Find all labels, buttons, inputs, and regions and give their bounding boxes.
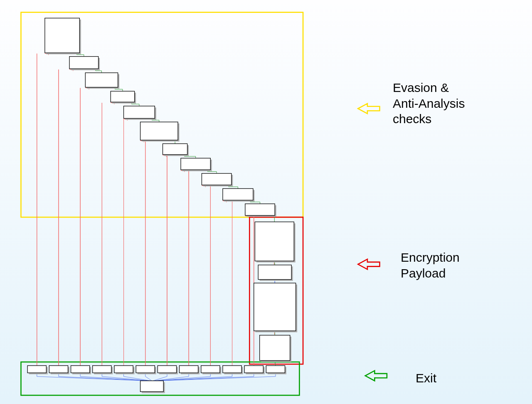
check-node-5 — [140, 122, 178, 140]
payload-node-2 — [254, 283, 296, 331]
check-node-2 — [85, 73, 118, 87]
check-node-8 — [202, 173, 231, 185]
exit-node-10 — [244, 366, 263, 373]
exit-node-5 — [136, 366, 155, 373]
exit-node-1 — [49, 366, 68, 373]
payload-node-3 — [260, 335, 290, 361]
exit-node-7 — [180, 366, 198, 373]
check-node-9 — [223, 188, 253, 200]
exit-node-2 — [71, 366, 90, 373]
exit-node-6 — [158, 366, 176, 373]
flow-diagram — [0, 0, 532, 404]
exit-node-3 — [93, 366, 111, 373]
check-node-4 — [124, 106, 155, 119]
label-encryption: Encryption Payload — [401, 250, 460, 281]
check-node-0 — [45, 18, 80, 53]
payload-node-1 — [258, 265, 291, 280]
exit-merge-node — [140, 381, 164, 392]
exit-node-4 — [114, 366, 133, 373]
check-node-3 — [111, 91, 134, 102]
check-node-1 — [69, 57, 99, 69]
diagram-stage: Evasion & Anti-Analysis checks Encryptio… — [0, 0, 532, 404]
check-node-6 — [163, 144, 187, 154]
label-evasion: Evasion & Anti-Analysis checks — [393, 80, 465, 127]
label-exit: Exit — [416, 370, 436, 386]
check-node-7 — [181, 158, 210, 170]
arrow-encryption-icon — [358, 259, 379, 269]
exit-merge-11 — [158, 377, 276, 381]
arrow-evasion-icon — [358, 104, 379, 114]
exit-merge-1 — [59, 377, 148, 381]
exit-node-8 — [201, 366, 220, 373]
exit-node-0 — [27, 366, 46, 373]
payload-node-0 — [255, 222, 294, 261]
exit-node-11 — [266, 366, 285, 373]
exit-node-9 — [223, 366, 241, 373]
arrow-exit-icon — [365, 371, 387, 381]
check-node-10 — [245, 204, 275, 216]
